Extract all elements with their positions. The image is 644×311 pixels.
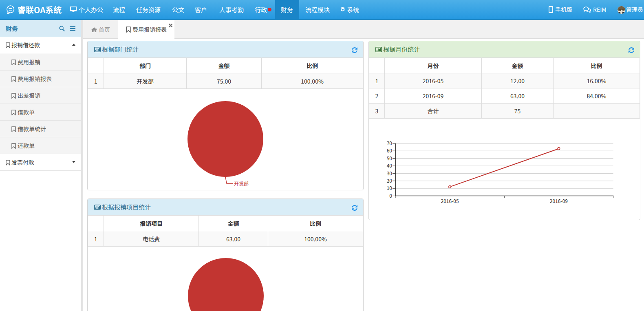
svg-text:10: 10: [387, 184, 393, 191]
svg-text:40: 40: [387, 162, 393, 169]
svg-text:2016-09: 2016-09: [550, 197, 568, 204]
svg-text:30: 30: [387, 170, 393, 176]
svg-text:2016-05: 2016-05: [441, 197, 459, 204]
svg-text:70: 70: [387, 139, 393, 146]
svg-text:60: 60: [387, 147, 393, 154]
svg-text:20: 20: [387, 177, 393, 184]
svg-text:0: 0: [389, 192, 392, 199]
svg-text:50: 50: [387, 154, 393, 161]
svg-text:开发部: 开发部: [234, 180, 249, 187]
